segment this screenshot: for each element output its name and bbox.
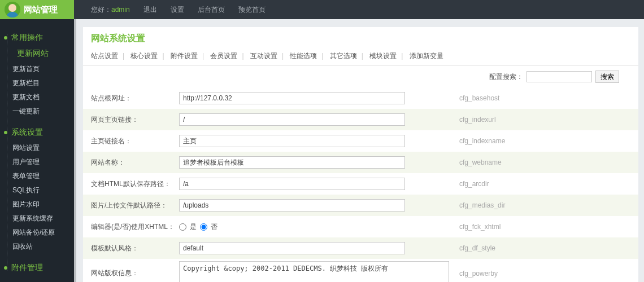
row-label: 主页链接名： — [83, 136, 179, 146]
tab-perf[interactable]: 性能选项 — [290, 52, 317, 60]
row-label: 网页主页链接： — [83, 115, 179, 125]
sidebar-item[interactable]: 用户管理 — [5, 155, 74, 169]
sidebar-item[interactable]: 网站设置 — [5, 141, 74, 155]
tab-addvar[interactable]: 添加新变量 — [410, 52, 443, 60]
config-input[interactable] — [179, 178, 405, 190]
config-textarea[interactable] — [179, 261, 449, 282]
row-control — [179, 92, 456, 104]
config-row: 网站版权信息：cfg_powerby — [83, 259, 638, 282]
config-radio[interactable] — [200, 223, 207, 231]
config-rows: 站点根网址：cfg_basehost网页主页链接：cfg_indexurl主页链… — [83, 87, 638, 282]
row-label: 站点根网址： — [83, 94, 179, 103]
config-input[interactable] — [179, 199, 405, 211]
tab-attach[interactable]: 附件设置 — [171, 52, 198, 60]
nav-admin-home[interactable]: 后台首页 — [198, 5, 225, 15]
row-label: 网站名称： — [83, 158, 179, 168]
tab-site[interactable]: 站点设置 — [91, 52, 118, 60]
config-input[interactable] — [179, 156, 405, 169]
nav-settings[interactable]: 设置 — [171, 5, 184, 15]
sidebar-item[interactable]: 更新栏目 — [5, 76, 74, 90]
topbar: 网站管理 您好：admin 退出 设置 后台首页 预览首页 — [0, 0, 644, 19]
row-control — [179, 261, 456, 282]
config-key: cfg_powerby — [456, 270, 638, 277]
config-key: cfg_fck_xhtml — [456, 223, 638, 231]
config-input[interactable] — [179, 92, 405, 104]
tab-interact[interactable]: 互动设置 — [250, 52, 277, 60]
current-user: admin — [111, 6, 130, 14]
tab-member[interactable]: 会员设置 — [210, 52, 237, 60]
sidebar-item[interactable]: 更新首页 — [5, 62, 74, 76]
brand-title: 网站管理 — [24, 5, 58, 15]
brand: 网站管理 — [0, 0, 74, 19]
config-key: cfg_df_style — [456, 244, 638, 252]
row-control — [179, 113, 456, 126]
row-control — [179, 156, 456, 169]
tab-core[interactable]: 核心设置 — [130, 52, 158, 60]
row-label: 编辑器(是/否)使用XHTML： — [83, 222, 179, 232]
radio-label: 是 — [190, 222, 197, 232]
config-row: 编辑器(是/否)使用XHTML：是否cfg_fck_xhtml — [83, 216, 638, 237]
tab-module[interactable]: 模块设置 — [369, 52, 397, 60]
nav-preview-home[interactable]: 预览首页 — [238, 5, 266, 15]
config-key: cfg_indexurl — [456, 116, 638, 124]
row-control — [179, 135, 456, 147]
tab-other[interactable]: 其它选项 — [330, 52, 357, 60]
sidebar-item[interactable]: 表单管理 — [5, 169, 74, 183]
config-key: cfg_arcdir — [456, 180, 638, 188]
row-control — [179, 199, 456, 211]
config-radio[interactable] — [179, 223, 186, 231]
avatar-icon — [5, 2, 20, 17]
sidebar-group-attach[interactable]: 附件管理 — [5, 259, 74, 276]
row-control — [179, 178, 456, 190]
search-label: 配置搜索： — [489, 72, 523, 82]
greeting: 您好：admin — [91, 5, 130, 15]
search-button[interactable]: 搜索 — [595, 70, 619, 83]
search-input[interactable] — [526, 71, 592, 82]
radio-label: 否 — [211, 222, 217, 232]
sidebar-sub-update-site[interactable]: 更新网站 — [5, 46, 74, 62]
topnav: 您好：admin 退出 设置 后台首页 预览首页 — [91, 5, 266, 15]
config-row: 文档HTML默认保存路径：cfg_arcdir — [83, 173, 638, 195]
tree-line — [7, 34, 7, 271]
sidebar-item[interactable]: 回收站 — [5, 240, 74, 254]
sidebar-item[interactable]: 更新系统缓存 — [5, 211, 74, 226]
config-input[interactable] — [179, 113, 405, 126]
config-row: 图片/上传文件默认路径：cfg_medias_dir — [83, 195, 638, 216]
tabs: 站点设置| 核心设置| 附件设置| 会员设置| 互动设置| 性能选项| 其它选项… — [83, 51, 638, 66]
sidebar-group-system[interactable]: 系统设置 — [5, 124, 74, 141]
sidebar: 常用操作 更新网站 更新首页 更新栏目 更新文档 一键更新 系统设置 网站设置 … — [0, 19, 74, 282]
config-key: cfg_medias_dir — [456, 201, 638, 209]
sidebar-group-common[interactable]: 常用操作 — [5, 29, 74, 46]
config-key: cfg_webname — [456, 158, 638, 166]
page-title: 网站系统设置 — [83, 33, 638, 51]
panel: 网站系统设置 站点设置| 核心设置| 附件设置| 会员设置| 互动设置| 性能选… — [83, 27, 638, 282]
sidebar-item[interactable]: 一键更新 — [5, 104, 74, 118]
config-key: cfg_indexname — [456, 137, 638, 145]
config-search: 配置搜索： 搜索 — [83, 66, 638, 87]
row-label: 文档HTML默认保存路径： — [83, 179, 179, 189]
row-label: 图片/上传文件默认路径： — [83, 201, 179, 210]
row-label: 网站版权信息： — [83, 268, 179, 278]
config-input[interactable] — [179, 135, 405, 147]
config-input[interactable] — [179, 242, 405, 254]
row-control — [179, 242, 456, 254]
config-row: 网页主页链接：cfg_indexurl — [83, 109, 638, 130]
nav-logout[interactable]: 退出 — [143, 5, 157, 15]
sidebar-item[interactable]: 更新文档 — [5, 90, 74, 104]
config-row: 主页链接名：cfg_indexname — [83, 130, 638, 152]
sidebar-item[interactable]: 图片水印 — [5, 197, 74, 211]
row-control: 是否 — [179, 222, 456, 232]
row-label: 模板默认风格： — [83, 244, 179, 253]
main: 网站系统设置 站点设置| 核心设置| 附件设置| 会员设置| 互动设置| 性能选… — [74, 19, 644, 282]
sidebar-item[interactable]: SQL执行 — [5, 183, 74, 197]
config-row: 网站名称：cfg_webname — [83, 152, 638, 173]
config-key: cfg_basehost — [456, 94, 638, 102]
config-row: 模板默认风格：cfg_df_style — [83, 237, 638, 259]
config-row: 站点根网址：cfg_basehost — [83, 87, 638, 109]
sidebar-item[interactable]: 网站备份/还原 — [5, 226, 74, 240]
